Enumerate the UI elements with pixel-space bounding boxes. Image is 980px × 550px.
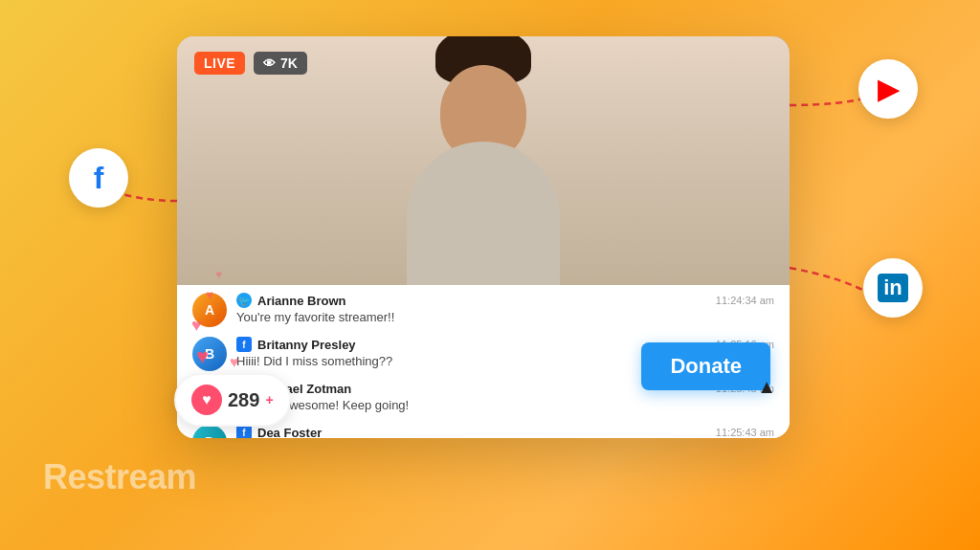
linkedin-social-circle: in — [863, 258, 923, 318]
message-content-4: f Dea Foster 11:25:43 am — [236, 425, 774, 438]
message-header-1: 🐦 Arianne Brown 11:24:34 am — [236, 293, 774, 308]
eye-icon: 👁 — [263, 56, 276, 71]
floating-heart-3: ♥ — [196, 344, 209, 369]
message-content-1: 🐦 Arianne Brown 11:24:34 am You're my fa… — [236, 293, 774, 324]
facebook-icon-chat: f — [236, 337, 252, 352]
floating-heart-2: ♥ — [206, 287, 213, 302]
floating-heart-5: ♥ — [230, 354, 239, 371]
username-4: Dea Foster — [257, 426, 322, 439]
facebook-logo: f — [94, 161, 104, 196]
floating-heart-4: ♥ — [215, 268, 222, 281]
donate-button[interactable]: Donate — [641, 342, 770, 390]
youtube-logo: ▶ — [878, 74, 899, 105]
linkedin-logo: in — [878, 274, 908, 302]
twitter-icon: 🐦 — [236, 293, 252, 308]
shirt — [407, 142, 560, 295]
likes-count: 289 — [228, 389, 259, 411]
youtube-social-circle: ▶ — [858, 59, 918, 119]
username-2: Britanny Presley — [257, 338, 356, 352]
viewers-badge: 👁 7K — [254, 52, 307, 75]
timestamp-1: 11:24:34 am — [716, 295, 774, 306]
avatar-dea: D — [192, 425, 227, 438]
likes-counter: ♥ 289 + — [174, 373, 291, 427]
floating-heart-1: ♥ — [191, 316, 202, 336]
chat-message-4: D f Dea Foster 11:25:43 am — [192, 425, 774, 438]
restream-brand: Restream — [43, 457, 196, 497]
message-text-1: You're my favorite streamer!! — [236, 310, 774, 324]
timestamp-4: 11:25:43 am — [716, 427, 774, 438]
streamer-silhouette — [397, 46, 569, 295]
heart-icon: ♥ — [191, 385, 222, 415]
message-header-4: f Dea Foster 11:25:43 am — [236, 425, 774, 438]
likes-plus: + — [265, 392, 273, 407]
username-1: Arianne Brown — [257, 294, 345, 308]
viewers-count: 7K — [280, 55, 298, 71]
live-badge: LIVE — [194, 52, 245, 75]
facebook-icon-chat-2: f — [236, 425, 252, 438]
chat-message-1: A 🐦 Arianne Brown 11:24:34 am You're my … — [192, 293, 774, 327]
video-area: LIVE 👁 7K — [177, 36, 790, 295]
facebook-social-circle: f — [69, 148, 128, 208]
message-text-3: You are awesome! Keep going! — [236, 398, 774, 412]
